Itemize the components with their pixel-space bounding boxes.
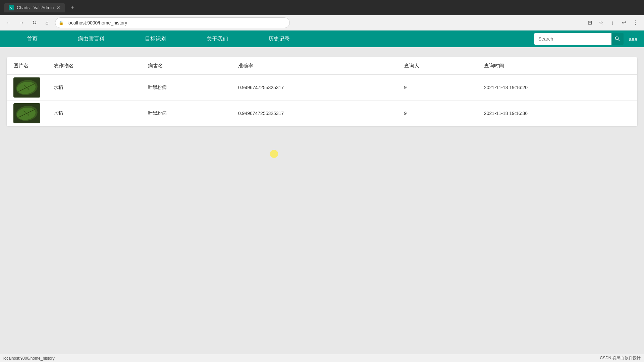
leaf-illustration bbox=[15, 105, 39, 122]
bookmark-icon[interactable]: ☆ bbox=[596, 18, 606, 27]
col-image: 图片名 bbox=[7, 57, 47, 75]
tab-close-button[interactable]: ✕ bbox=[56, 5, 60, 10]
extensions-icon[interactable]: ⊞ bbox=[585, 18, 594, 27]
app-navbar: 首页 病虫害百科 目标识别 关于我们 历史记录 aaa bbox=[0, 31, 644, 47]
cell-query_time: 2021-11-18 19:16:36 bbox=[477, 101, 637, 126]
cell-crop: 水稻 bbox=[47, 75, 141, 101]
nav-identify[interactable]: 目标识别 bbox=[125, 31, 186, 47]
status-url: localhost:9000/home_history bbox=[3, 356, 55, 361]
page-content: 图片名 农作物名 病害名 准确率 查询人 查询时间 水稻叶黑粉病0.949674… bbox=[0, 47, 644, 136]
search-icon bbox=[615, 36, 620, 42]
history-table: 图片名 农作物名 病害名 准确率 查询人 查询时间 水稻叶黑粉病0.949674… bbox=[7, 57, 637, 126]
cell-query_time: 2021-11-18 19:16:20 bbox=[477, 75, 637, 101]
cell-crop: 水稻 bbox=[47, 101, 141, 126]
history-table-container: 图片名 农作物名 病害名 准确率 查询人 查询时间 水稻叶黑粉病0.949674… bbox=[7, 57, 637, 126]
search-area: aaa bbox=[534, 33, 637, 45]
user-label: aaa bbox=[629, 36, 637, 42]
image-cell bbox=[7, 75, 47, 101]
browser-toolbar: ← → ↻ ⌂ 🔒 localhost:9000/home_history ⊞ … bbox=[0, 15, 644, 31]
cell-disease: 叶黑粉病 bbox=[141, 101, 231, 126]
new-tab-button[interactable]: + bbox=[68, 4, 77, 11]
toolbar-actions: ⊞ ☆ ↓ ↩ ⋮ bbox=[585, 18, 640, 27]
nav-about[interactable]: 关于我们 bbox=[186, 31, 248, 47]
col-querier: 查询人 bbox=[397, 57, 477, 75]
profile-icon[interactable]: ↩ bbox=[619, 18, 629, 27]
address-bar[interactable]: 🔒 localhost:9000/home_history bbox=[55, 17, 290, 28]
forward-button[interactable]: → bbox=[17, 18, 26, 27]
cursor-indicator bbox=[270, 150, 278, 158]
reload-button[interactable]: ↻ bbox=[30, 18, 39, 27]
col-disease: 病害名 bbox=[141, 57, 231, 75]
status-copyright: CSDN @黑白软件设计 bbox=[600, 355, 641, 361]
home-button[interactable]: ⌂ bbox=[42, 18, 52, 27]
image-cell bbox=[7, 101, 47, 126]
table-row: 水稻叶黑粉病0.949674725532531792021-11-18 19:1… bbox=[7, 101, 637, 126]
nav-links: 首页 病虫害百科 目标识别 关于我们 历史记录 bbox=[7, 31, 310, 47]
leaf-image bbox=[13, 103, 40, 123]
nav-pest[interactable]: 病虫害百科 bbox=[58, 31, 125, 47]
svg-point-0 bbox=[615, 37, 618, 40]
browser-tab[interactable]: C Charts - Vali Admin ✕ bbox=[4, 3, 65, 12]
nav-home[interactable]: 首页 bbox=[7, 31, 58, 47]
col-crop: 农作物名 bbox=[47, 57, 141, 75]
status-bar: localhost:9000/home_history CSDN @黑白软件设计 bbox=[0, 354, 644, 362]
tab-favicon: C bbox=[9, 5, 14, 10]
cell-querier: 9 bbox=[397, 75, 477, 101]
leaf-illustration bbox=[15, 79, 39, 96]
nav-history[interactable]: 历史记录 bbox=[248, 31, 310, 47]
back-button[interactable]: ← bbox=[4, 18, 13, 27]
leaf-image bbox=[13, 77, 40, 98]
cell-accuracy: 0.9496747255325317 bbox=[231, 75, 397, 101]
browser-chrome: C Charts - Vali Admin ✕ + bbox=[0, 0, 644, 15]
download-icon[interactable]: ↓ bbox=[608, 18, 617, 27]
tab-title: Charts - Vali Admin bbox=[17, 5, 54, 10]
search-button[interactable] bbox=[611, 33, 624, 45]
cell-disease: 叶黑粉病 bbox=[141, 75, 231, 101]
menu-icon[interactable]: ⋮ bbox=[631, 18, 640, 27]
svg-line-1 bbox=[618, 40, 620, 41]
col-accuracy: 准确率 bbox=[231, 57, 397, 75]
table-row: 水稻叶黑粉病0.949674725532531792021-11-18 19:1… bbox=[7, 75, 637, 101]
col-query-time: 查询时间 bbox=[477, 57, 637, 75]
table-header-row: 图片名 农作物名 病害名 准确率 查询人 查询时间 bbox=[7, 57, 637, 75]
security-icon: 🔒 bbox=[59, 20, 64, 25]
cell-accuracy: 0.9496747255325317 bbox=[231, 101, 397, 126]
cell-querier: 9 bbox=[397, 101, 477, 126]
url-text: localhost:9000/home_history bbox=[67, 20, 127, 25]
search-input[interactable] bbox=[534, 33, 611, 45]
